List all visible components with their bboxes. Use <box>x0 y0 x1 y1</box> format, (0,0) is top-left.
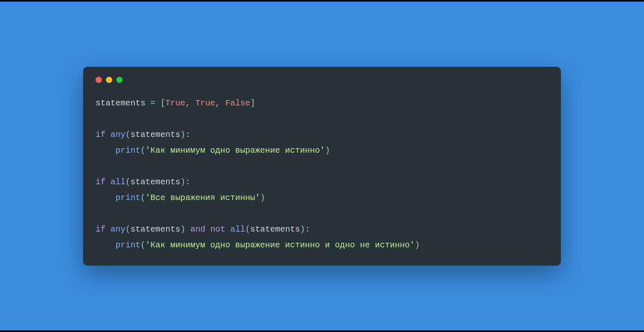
code-token-boolean: True <box>195 98 215 108</box>
code-token-function: print <box>116 193 140 203</box>
code-token-space <box>106 130 111 139</box>
code-token-comma: , <box>185 98 195 108</box>
code-token-function: any <box>111 225 125 234</box>
minimize-icon[interactable] <box>106 77 112 83</box>
code-token-paren: ) <box>300 225 305 234</box>
code-token-space <box>106 225 111 234</box>
code-token-space <box>106 177 111 187</box>
code-token-keyword: not <box>210 225 225 234</box>
window-titlebar <box>96 77 548 83</box>
code-token-indent <box>96 146 116 155</box>
code-token-string: 'Как минимум одно выражение истинно' <box>145 146 325 155</box>
code-token-space <box>205 225 210 234</box>
code-token-bracket: ] <box>250 98 255 108</box>
code-token-colon: : <box>185 177 190 187</box>
code-token-function: print <box>116 146 140 155</box>
code-token-paren: ( <box>140 146 145 155</box>
code-token-colon: : <box>185 130 190 139</box>
code-token-variable: statements <box>96 98 145 108</box>
code-token-string: 'Все выражения истинны' <box>145 193 260 203</box>
code-token-paren: ) <box>180 130 185 139</box>
canvas-frame: statements = [True, True, False] if any(… <box>0 0 644 332</box>
code-token-paren: ) <box>260 193 265 203</box>
code-token-paren: ( <box>140 240 145 250</box>
code-token-paren: ) <box>415 240 420 250</box>
code-token-keyword: if <box>96 177 106 187</box>
code-token-comma: , <box>215 98 225 108</box>
code-token-indent <box>96 240 116 250</box>
code-token-bracket: [ <box>160 98 165 108</box>
code-token-paren: ) <box>325 146 330 155</box>
code-token-keyword: if <box>96 130 106 139</box>
maximize-icon[interactable] <box>116 77 123 83</box>
code-token-keyword: if <box>96 225 106 234</box>
code-token-paren: ( <box>125 225 130 234</box>
code-token-space <box>185 225 190 234</box>
code-token-operator: = <box>145 98 160 108</box>
code-token-paren: ) <box>180 225 185 234</box>
code-token-paren: ( <box>125 177 130 187</box>
code-token-space <box>225 225 230 234</box>
code-editor-window: statements = [True, True, False] if any(… <box>83 67 561 266</box>
code-token-indent <box>96 193 116 203</box>
code-token-variable: statements <box>130 225 180 234</box>
code-token-boolean: True <box>165 98 185 108</box>
code-token-variable: statements <box>250 225 300 234</box>
code-token-keyword: and <box>190 225 205 234</box>
code-token-paren: ) <box>180 177 185 187</box>
code-token-variable: statements <box>130 177 180 187</box>
code-token-paren: ( <box>125 130 130 139</box>
code-token-boolean: False <box>225 98 250 108</box>
close-icon[interactable] <box>96 77 102 83</box>
code-token-function: all <box>230 225 245 234</box>
code-token-function: print <box>116 240 140 250</box>
code-token-colon: : <box>305 225 310 234</box>
code-token-function: all <box>111 177 125 187</box>
code-token-paren: ( <box>140 193 145 203</box>
code-token-string: 'Как минимум одно выражение истинно и од… <box>145 240 415 250</box>
code-token-function: any <box>111 130 125 139</box>
code-token-variable: statements <box>130 130 180 139</box>
code-block: statements = [True, True, False] if any(… <box>96 95 548 253</box>
code-token-paren: ( <box>245 225 250 234</box>
